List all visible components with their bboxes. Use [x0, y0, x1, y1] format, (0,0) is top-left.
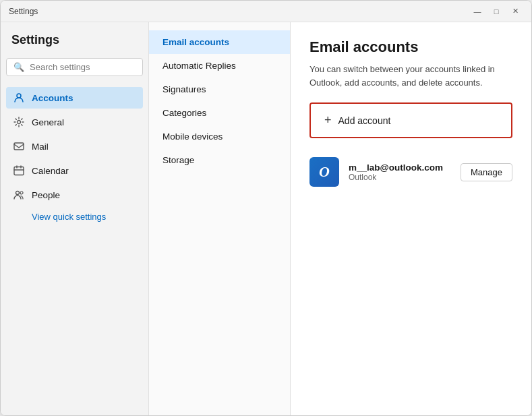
- add-account-label: Add account: [338, 115, 391, 126]
- account-row: O m__lab@outlook.com Outlook Manage: [309, 152, 512, 192]
- search-input[interactable]: [30, 62, 136, 72]
- account-icon: O: [309, 157, 339, 187]
- add-account-button[interactable]: + Add account: [309, 102, 512, 138]
- middle-item-signatures-label: Signatures: [162, 84, 206, 94]
- window-title: Settings: [9, 7, 38, 16]
- middle-item-categories-label: Categories: [162, 108, 206, 118]
- minimize-button[interactable]: —: [469, 5, 485, 18]
- sidebar-item-calendar[interactable]: Calendar: [6, 160, 143, 181]
- svg-point-1: [18, 121, 21, 124]
- sidebar-item-mail[interactable]: Mail: [6, 136, 143, 157]
- middle-item-email-label: Email accounts: [162, 37, 229, 47]
- svg-point-5: [20, 191, 23, 194]
- sidebar-item-accounts[interactable]: Accounts: [6, 87, 143, 109]
- middle-item-storage-label: Storage: [162, 155, 194, 165]
- add-icon: +: [324, 113, 332, 127]
- svg-point-0: [17, 94, 21, 98]
- middle-item-mobile-devices[interactable]: Mobile devices: [149, 125, 290, 148]
- middle-item-categories[interactable]: Categories: [149, 101, 290, 125]
- accounts-icon: [13, 92, 25, 104]
- account-info: m__lab@outlook.com Outlook: [349, 162, 451, 182]
- svg-rect-2: [14, 143, 24, 150]
- sidebar: Settings 🔍 Accounts: [1, 22, 149, 415]
- account-type: Outlook: [349, 173, 451, 182]
- middle-item-mobile-label: Mobile devices: [162, 131, 223, 142]
- middle-item-signatures[interactable]: Signatures: [149, 78, 290, 101]
- svg-rect-3: [14, 167, 24, 175]
- search-box[interactable]: 🔍: [6, 58, 143, 76]
- window-controls: — □ ✕: [469, 5, 523, 18]
- manage-button[interactable]: Manage: [461, 163, 512, 181]
- sidebar-label-mail: Mail: [32, 142, 49, 152]
- main-window: Settings — □ ✕ Settings 🔍 A: [0, 0, 532, 416]
- sidebar-item-general[interactable]: General: [6, 111, 143, 133]
- page-title: Email accounts: [309, 38, 512, 56]
- middle-item-email-accounts[interactable]: Email accounts: [149, 30, 290, 54]
- main-content: Email accounts You can switch between yo…: [291, 22, 531, 415]
- title-bar: Settings — □ ✕: [1, 1, 531, 22]
- middle-item-automatic-replies[interactable]: Automatic Replies: [149, 54, 290, 78]
- sidebar-label-accounts: Accounts: [32, 93, 73, 103]
- general-icon: [13, 116, 25, 128]
- account-email: m__lab@outlook.com: [349, 162, 451, 173]
- search-icon: 🔍: [13, 62, 24, 72]
- page-description: You can switch between your accounts lin…: [309, 63, 512, 89]
- svg-point-4: [16, 191, 20, 195]
- calendar-icon: [13, 165, 25, 177]
- middle-panel: Email accounts Automatic Replies Signatu…: [149, 22, 291, 415]
- middle-item-replies-label: Automatic Replies: [162, 61, 236, 71]
- middle-item-storage[interactable]: Storage: [149, 148, 290, 172]
- content-area: Settings 🔍 Accounts: [1, 22, 531, 415]
- sidebar-heading: Settings: [6, 33, 143, 55]
- sidebar-label-calendar: Calendar: [32, 166, 69, 176]
- quick-settings-link[interactable]: View quick settings: [6, 208, 143, 225]
- mail-icon: [13, 140, 25, 152]
- sidebar-label-general: General: [32, 117, 64, 127]
- maximize-button[interactable]: □: [488, 5, 504, 18]
- people-icon: [13, 189, 25, 201]
- sidebar-label-people: People: [32, 190, 60, 200]
- sidebar-item-people[interactable]: People: [6, 184, 143, 206]
- close-button[interactable]: ✕: [507, 5, 523, 18]
- outlook-letter: O: [319, 163, 330, 181]
